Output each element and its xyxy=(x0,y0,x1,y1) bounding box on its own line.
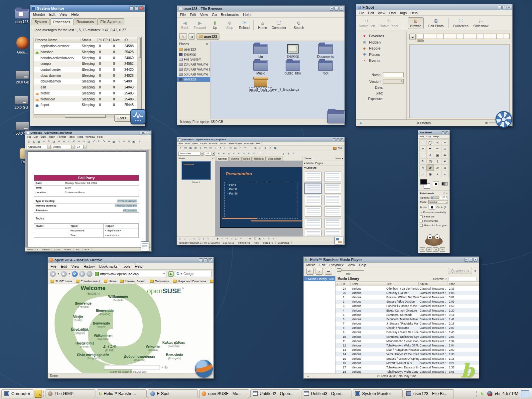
find-icon[interactable]: ⊛ xyxy=(121,139,126,144)
rotate-icon[interactable]: ↻ xyxy=(419,158,427,165)
file-item-archive[interactable]: gw701clnxm.tgz xyxy=(343,61,344,74)
bookmark-item[interactable]: Internet Search xyxy=(120,279,146,283)
align-icon[interactable]: ≡ xyxy=(267,237,271,241)
file-item-graphics[interactable]: graphics xyxy=(343,44,344,59)
table-row[interactable]: 17VariousTchaikovsky / Dance of thClassi… xyxy=(335,365,479,369)
close-button[interactable]: ✕ xyxy=(473,258,477,262)
email-icon[interactable]: ✉ xyxy=(42,139,46,144)
paste-icon[interactable]: ▤ xyxy=(233,146,238,150)
select-icon[interactable]: ▷ xyxy=(178,237,183,241)
edit-file-icon[interactable]: ✎ xyxy=(47,139,51,144)
rect-select-icon[interactable]: ▭ xyxy=(419,139,427,146)
move-icon[interactable]: + xyxy=(419,152,427,158)
column-nice[interactable]: Nice xyxy=(112,38,123,42)
save-icon[interactable]: ▦ xyxy=(37,139,41,144)
hyperlink-mode[interactable]: HYP xyxy=(82,248,91,251)
align-left-icon[interactable]: ≡ xyxy=(236,151,241,156)
flowchart-icon[interactable]: ▱ xyxy=(229,237,234,241)
close-button[interactable]: ✕ xyxy=(445,131,448,134)
slideshow-button[interactable]: ▻Slideshow xyxy=(473,18,488,28)
task-writer[interactable]: Untitled2 - Open... xyxy=(250,389,300,398)
layout-thumbnail[interactable] xyxy=(325,195,341,205)
menu-item[interactable]: Tools xyxy=(122,264,131,268)
next-button[interactable]: ⏭ xyxy=(325,268,332,275)
menu-item[interactable]: File xyxy=(359,11,364,15)
slide-canvas[interactable]: Presentation Part I Part II Part III xyxy=(215,161,303,236)
layout-thumbnail[interactable] xyxy=(325,218,341,228)
outline-text-frame[interactable]: Part I Part II Part III xyxy=(224,182,298,219)
minimize-button[interactable]: ─ xyxy=(333,138,336,141)
titlebar[interactable]: System Monitor ─□✕ xyxy=(30,5,145,12)
navigator-icon[interactable]: ✛ xyxy=(263,146,268,150)
minimize-button[interactable]: ─ xyxy=(330,7,334,11)
menu-item[interactable]: Edit xyxy=(185,142,190,145)
config-dialog-icon[interactable]: ⊙ xyxy=(440,247,445,252)
size-dropdown-icon[interactable]: ▾ xyxy=(212,152,215,156)
table-row[interactable]: 9VariousDebussy / Claire De LuneClassica… xyxy=(335,330,479,334)
slider-handle[interactable] xyxy=(337,268,341,272)
opacity-value[interactable]: 100.0 xyxy=(440,196,448,199)
ellipse-select-icon[interactable]: ◯ xyxy=(427,139,434,146)
menu-item[interactable]: Help xyxy=(243,13,251,17)
airbrush-icon[interactable]: ≋ xyxy=(441,165,449,171)
add-tag-button[interactable]: ✚ xyxy=(359,121,362,125)
table-row[interactable]: 12VariousTchaikovsky / Waltz Of FloClass… xyxy=(335,343,479,347)
write-cd-button[interactable]: Write CD xyxy=(448,268,472,274)
tab-processes[interactable]: Processes xyxy=(50,18,73,25)
font-color-icon[interactable]: A xyxy=(291,151,296,156)
panel-buttons[interactable]: ⊡ ✕ xyxy=(443,192,448,195)
path-scroll-left-button[interactable]: ◂ xyxy=(189,33,195,40)
page[interactable]: Fall Party Date:Monday, November 06, 200… xyxy=(28,151,146,247)
table-row[interactable]: 3VariousPonchielli / Dance of the HClass… xyxy=(335,304,479,308)
smudge-icon[interactable]: ∽ xyxy=(441,171,449,177)
places-header[interactable]: Places xyxy=(179,42,189,46)
table-row[interactable]: 11VariousMendelssohn / Violin ConcClassi… xyxy=(335,339,479,343)
paintbrush-icon[interactable]: ▰ xyxy=(427,165,434,171)
column-title[interactable]: Title xyxy=(385,282,419,286)
menu-item[interactable]: Edit xyxy=(368,11,374,15)
symbol-shapes-icon[interactable]: ☆ xyxy=(220,237,224,241)
blur-icon[interactable]: ◉ xyxy=(427,171,434,177)
table-row[interactable]: application-browserSleeping0024588 xyxy=(34,43,141,49)
bookmark-item[interactable]: News xyxy=(104,279,116,283)
task-file-browser[interactable]: user123 - File Br... xyxy=(404,389,454,398)
titlebar[interactable]: The GIMP ─✕ xyxy=(418,130,450,135)
search-icon[interactable]: ⌕ xyxy=(161,365,163,369)
table-row[interactable]: 18VariousTchaikovsky / Violin ConcClassi… xyxy=(335,370,479,373)
layout-thumbnail-selected[interactable] xyxy=(305,183,322,194)
opacity-slider[interactable] xyxy=(431,197,439,199)
close-button[interactable]: ✕ xyxy=(139,6,144,10)
slide[interactable]: Presentation Part I Part II Part III xyxy=(220,167,302,228)
search-input[interactable] xyxy=(448,277,477,281)
maximize-button[interactable]: □ xyxy=(502,6,506,9)
computer-menu-button[interactable]: Computer xyxy=(1,389,33,398)
menu-item[interactable]: Tools xyxy=(220,142,226,145)
incremental-checkbox[interactable]: Incremental xyxy=(420,219,448,222)
autospell-icon[interactable]: ✗ xyxy=(218,146,223,150)
titlebar[interactable]: Untitled3 - OpenOffice.org Impress ─□✕ xyxy=(177,137,344,142)
close-panel-icon[interactable]: ✕ xyxy=(211,157,214,160)
sidebar-item-places[interactable]: ⊕Places xyxy=(356,51,406,58)
flip-icon[interactable]: ⇋ xyxy=(441,152,449,158)
home-button[interactable]: ⌂Home xyxy=(257,20,268,30)
bookmark-item[interactable]: Shopping xyxy=(210,279,213,283)
stars-icon[interactable]: ✶ xyxy=(239,237,243,241)
place-desktop[interactable]: Desktop xyxy=(177,52,210,57)
wiki-search[interactable]: ⌕あ xyxy=(104,365,168,369)
table-row[interactable]: 13VariousLiszt / Hungarian RhapsodClassi… xyxy=(335,348,479,352)
maximize-button[interactable]: □ xyxy=(203,258,207,262)
fg-bg-swatches[interactable] xyxy=(420,179,430,189)
brush-preview[interactable] xyxy=(429,205,435,209)
menu-item[interactable]: Edit xyxy=(49,12,56,16)
placeholder-field[interactable]: <Meeting called by> xyxy=(115,204,137,207)
search-button[interactable]: ⊙Search xyxy=(293,20,305,30)
edit-photo-button[interactable]: 🖻Edit Photo xyxy=(428,18,444,28)
menu-item[interactable]: File xyxy=(179,142,183,145)
scale-icon[interactable]: ◰ xyxy=(427,158,434,165)
font-dropdown-icon[interactable]: ▾ xyxy=(200,152,203,156)
minimize-button[interactable]: ─ xyxy=(498,6,502,9)
spellcheck-icon[interactable]: ✓ xyxy=(213,146,218,150)
search-area[interactable]: Search:⌕ xyxy=(433,277,477,281)
column-track[interactable]: Tr. xyxy=(341,282,351,286)
ellipse-icon[interactable]: ◯ xyxy=(197,237,201,241)
